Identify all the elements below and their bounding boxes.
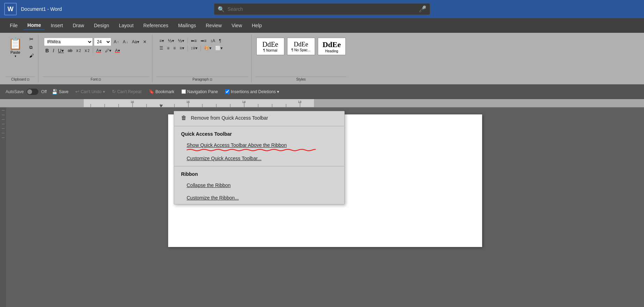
align-center-button[interactable]: ≡ xyxy=(166,45,171,51)
insertions-checkbox[interactable] xyxy=(225,89,230,94)
insertions-item[interactable]: Insertions and Deletions ▾ xyxy=(223,88,282,96)
line-spacing-button[interactable]: ↕≡▾ xyxy=(189,45,199,51)
font-size-select[interactable]: 24 xyxy=(94,38,111,46)
ctx-remove-toolbar[interactable]: 🗑 Remove from Quick Access Toolbar xyxy=(174,111,344,125)
strikethrough-button[interactable]: ab xyxy=(66,47,74,54)
underline-button[interactable]: U▾ xyxy=(57,47,65,54)
shading-paragraph-button[interactable]: 🎨▾ xyxy=(203,45,213,51)
ribbon-font-group: IRMitra 24 A↑ A↓ Aa▾ ✕ B I U▾ ab x2 x2 A… xyxy=(40,34,152,83)
ctx-customize-toolbar[interactable]: Customize Quick Access Toolbar... xyxy=(174,152,344,165)
window-title: Document1 - Word xyxy=(21,6,62,12)
shading-button[interactable]: A▾ xyxy=(114,47,121,54)
style-heading[interactable]: DdEe Heading xyxy=(318,38,346,55)
clear-formatting-button[interactable]: ✕ xyxy=(142,39,148,45)
svg-text:13: 13 xyxy=(298,100,301,104)
title-bar: W Document1 - Word 🔍 🎤 xyxy=(0,0,644,18)
subscript-button[interactable]: x2 xyxy=(75,47,83,54)
highlight-button[interactable]: 🖊▾ xyxy=(104,47,113,54)
menu-layout[interactable]: Layout xyxy=(115,21,138,30)
ctx-customize-ribbon[interactable]: Customize the Ribbon... xyxy=(174,192,344,204)
bookmark-icon: 🔖 xyxy=(149,89,154,94)
autosave-state: Off xyxy=(41,89,47,94)
ctx-remove-label: Remove from Quick Access Toolbar xyxy=(191,115,268,121)
clipboard-launcher[interactable]: ⊡ xyxy=(27,78,30,81)
content-area: 🗑 Remove from Quick Access Toolbar Quick… xyxy=(0,107,644,307)
document-area[interactable]: 🗑 Remove from Quick Access Toolbar Quick… xyxy=(6,107,644,307)
ribbon: 📋 Paste ▾ ✂ ⧉ 🖌 Clipboard ⊡ IRMitra 24 xyxy=(0,33,644,84)
ctx-qa-header: Quick Access Toolbar xyxy=(174,128,344,139)
undo-dropdown-arrow[interactable]: ▾ xyxy=(103,89,105,94)
ribbon-paragraph-group: ≡▾ ⅓▾ ⅓▾ ⬅≡ ➡≡ ↕A ¶ ☰ ≡ ≡ ≡▾ ↕≡▾ 🎨▾ ⬜▾ xyxy=(154,34,252,83)
font-grow-button[interactable]: A↑ xyxy=(112,39,120,45)
menu-review[interactable]: Review xyxy=(202,21,226,30)
ribbon-styles-group: DdEe ¶ Normal DdEe ¶ No Spac... DdEe Hea… xyxy=(253,34,349,83)
font-color-button[interactable]: A▾ xyxy=(95,47,103,54)
ribbon-clipboard-group: 📋 Paste ▾ ✂ ⧉ 🖌 Clipboard ⊡ xyxy=(3,34,38,83)
menu-help[interactable]: Help xyxy=(248,21,266,30)
bullets-button[interactable]: ≡▾ xyxy=(158,38,165,44)
copy-button[interactable]: ⧉ xyxy=(28,44,35,51)
decrease-indent-button[interactable]: ⬅≡ xyxy=(189,38,198,44)
autosave-toggle[interactable] xyxy=(27,89,38,95)
search-icon: 🔍 xyxy=(218,6,225,13)
bold-button[interactable]: B xyxy=(44,47,50,54)
font-name-select[interactable]: IRMitra xyxy=(44,38,93,46)
red-squiggle-svg xyxy=(187,149,316,151)
menu-mailings[interactable]: Mailings xyxy=(174,21,200,30)
menu-references[interactable]: References xyxy=(139,21,173,30)
ruler: L 16 15 14 13 xyxy=(0,99,644,107)
paragraph-launcher[interactable]: ⊡ xyxy=(210,78,212,81)
font-group-label: Font xyxy=(91,77,98,81)
align-right-button[interactable]: ≡ xyxy=(172,45,177,51)
repeat-button[interactable]: ↻ Can't Repeat xyxy=(110,88,144,96)
quick-access-toolbar: AutoSave Off 💾 Save ↩ Can't Undo ▾ ↻ Can… xyxy=(0,84,644,99)
search-bar[interactable]: 🔍 🎤 xyxy=(214,3,430,15)
numbering-button[interactable]: ⅓▾ xyxy=(166,38,175,44)
multilevel-button[interactable]: ⅓▾ xyxy=(177,38,186,44)
insertions-dropdown[interactable]: ▾ xyxy=(277,89,279,94)
nav-pane-item[interactable]: Navigation Pane xyxy=(179,88,220,96)
undo-button[interactable]: ↩ Can't Undo ▾ xyxy=(73,88,107,96)
trash-icon: 🗑 xyxy=(181,115,187,121)
search-input[interactable] xyxy=(227,6,416,12)
cut-button[interactable]: ✂ xyxy=(28,36,35,43)
increase-indent-button[interactable]: ➡≡ xyxy=(199,38,208,44)
align-left-button[interactable]: ☰ xyxy=(158,45,165,51)
menu-draw[interactable]: Draw xyxy=(68,21,88,30)
menu-bar: File Home Insert Draw Design Layout Refe… xyxy=(0,18,644,33)
menu-file[interactable]: File xyxy=(6,21,22,30)
paste-button[interactable]: 📋 Paste ▾ xyxy=(6,36,25,59)
format-painter-button[interactable]: 🖌 xyxy=(28,52,35,59)
ctx-show-above-ribbon[interactable]: Show Quick Access Toolbar Above the Ribb… xyxy=(174,139,344,152)
toggle-knob xyxy=(27,89,32,94)
repeat-icon: ↻ xyxy=(112,89,116,94)
save-button[interactable]: 💾 Save xyxy=(50,88,70,96)
sort-button[interactable]: ↕A xyxy=(209,38,217,44)
svg-rect-1 xyxy=(84,99,314,107)
style-normal[interactable]: DdEe ¶ Normal xyxy=(256,38,284,55)
italic-button[interactable]: I xyxy=(51,47,55,54)
nav-pane-checkbox[interactable] xyxy=(181,89,186,94)
borders-button[interactable]: ⬜▾ xyxy=(214,45,224,51)
justify-button[interactable]: ≡▾ xyxy=(178,45,186,51)
superscript-button[interactable]: x2 xyxy=(83,47,91,54)
microphone-icon[interactable]: 🎤 xyxy=(419,5,426,13)
show-formatting-button[interactable]: ¶ xyxy=(218,38,223,44)
svg-text:16: 16 xyxy=(130,100,134,104)
ruler-svg: 16 15 14 13 xyxy=(0,99,644,107)
font-shrink-button[interactable]: A↓ xyxy=(121,39,129,45)
menu-home[interactable]: Home xyxy=(23,21,45,30)
menu-insert[interactable]: Insert xyxy=(46,21,67,30)
style-no-space[interactable]: DdEe ¶ No Spac... xyxy=(287,38,315,55)
ctx-separator-1 xyxy=(174,126,344,126)
autosave-label: AutoSave xyxy=(6,89,24,94)
styles-group-label: Styles xyxy=(296,77,306,81)
change-case-button[interactable]: Aa▾ xyxy=(130,39,141,45)
bookmark-button[interactable]: 🔖 Bookmark xyxy=(147,88,177,96)
menu-design[interactable]: Design xyxy=(90,21,113,30)
ctx-collapse-ribbon[interactable]: Collapse the Ribbon xyxy=(174,179,344,192)
ctx-ribbon-header: Ribbon xyxy=(174,168,344,179)
menu-view[interactable]: View xyxy=(227,21,246,30)
svg-text:15: 15 xyxy=(186,100,190,104)
font-launcher[interactable]: ⊡ xyxy=(98,78,101,81)
